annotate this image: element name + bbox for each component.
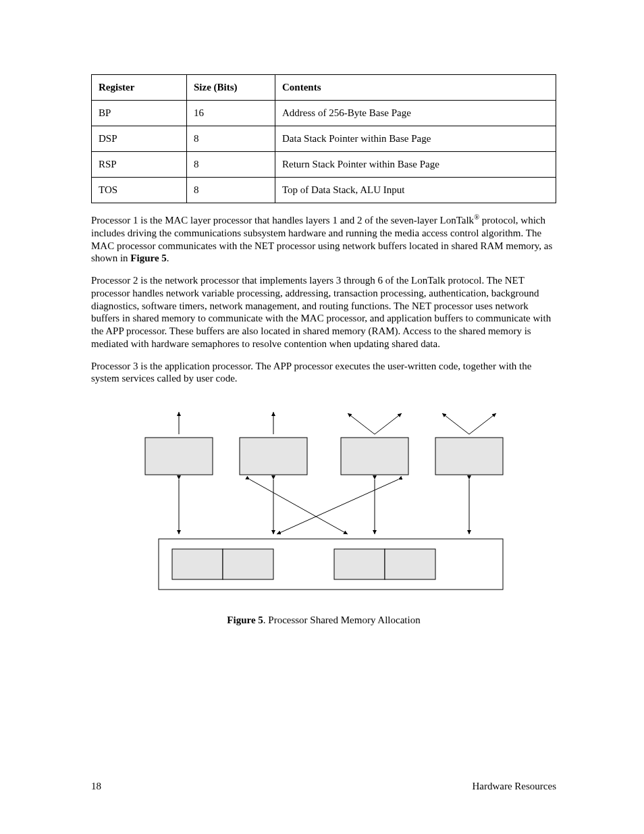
svg-rect-2 — [341, 438, 408, 475]
svg-line-12 — [348, 413, 375, 434]
cell-register: BP — [92, 101, 187, 126]
svg-line-11 — [375, 413, 402, 434]
p1-text-c: . — [167, 253, 169, 263]
page: Register Size (Bits) Contents BP 16 Addr… — [0, 0, 644, 834]
figure-caption: Figure 5. Processor Shared Memory Alloca… — [91, 615, 556, 626]
cell-register: TOS — [92, 178, 187, 203]
cell-size: 8 — [187, 152, 275, 178]
svg-rect-5 — [172, 549, 223, 579]
svg-rect-8 — [385, 549, 435, 579]
cell-contents: Top of Data Stack, ALU Input — [275, 178, 556, 203]
svg-line-19 — [250, 479, 348, 534]
table-header-row: Register Size (Bits) Contents — [92, 75, 556, 101]
cell-size: 8 — [187, 126, 275, 152]
svg-line-13 — [469, 413, 496, 434]
table-row: TOS 8 Top of Data Stack, ALU Input — [92, 178, 556, 203]
svg-line-14 — [442, 413, 469, 434]
svg-line-20 — [277, 479, 398, 534]
footer-title: Hardware Resources — [472, 781, 556, 792]
page-footer: 18 Hardware Resources — [91, 781, 556, 792]
paragraph-processor-3: Processor 3 is the application processor… — [91, 360, 556, 386]
caption-bold: Figure 5 — [227, 615, 263, 625]
svg-rect-7 — [334, 549, 385, 579]
table-row: DSP 8 Data Stack Pointer within Base Pag… — [92, 126, 556, 152]
th-size: Size (Bits) — [187, 75, 275, 101]
table-row: BP 16 Address of 256-Byte Base Page — [92, 101, 556, 126]
cell-size: 8 — [187, 178, 275, 203]
svg-rect-0 — [145, 438, 213, 475]
registered-mark: ® — [474, 213, 479, 221]
caption-rest: . Processor Shared Memory Allocation — [263, 615, 421, 625]
svg-rect-6 — [223, 549, 273, 579]
th-contents: Contents — [275, 75, 556, 101]
cell-register: RSP — [92, 152, 187, 178]
cell-contents: Return Stack Pointer within Base Page — [275, 152, 556, 178]
cell-contents: Address of 256-Byte Base Page — [275, 101, 556, 126]
register-table: Register Size (Bits) Contents BP 16 Addr… — [91, 74, 556, 203]
th-register: Register — [92, 75, 187, 101]
cell-size: 16 — [187, 101, 275, 126]
table-row: RSP 8 Return Stack Pointer within Base P… — [92, 152, 556, 178]
page-number: 18 — [91, 781, 101, 792]
paragraph-processor-2: Processor 2 is the network processor tha… — [91, 274, 556, 350]
p1-figure-ref: Figure 5 — [130, 253, 166, 263]
figure-5-diagram — [132, 404, 516, 600]
svg-rect-1 — [240, 438, 307, 475]
cell-register: DSP — [92, 126, 187, 152]
paragraph-processor-1: Processor 1 is the MAC layer processor t… — [91, 213, 556, 265]
svg-rect-3 — [435, 438, 503, 475]
cell-contents: Data Stack Pointer within Base Page — [275, 126, 556, 152]
p1-text-a: Processor 1 is the MAC layer processor t… — [91, 215, 474, 226]
